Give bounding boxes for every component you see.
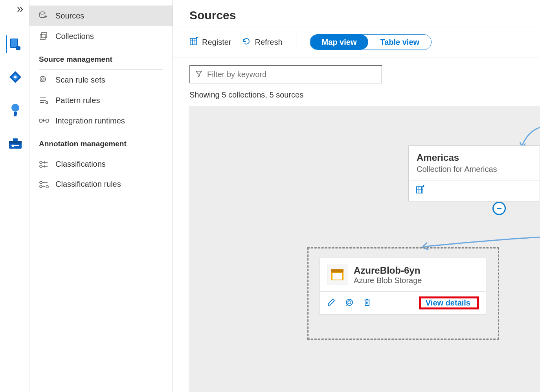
svg-rect-34: [332, 273, 342, 280]
edit-icon[interactable]: [327, 298, 336, 308]
svg-point-15: [12, 145, 14, 147]
pattern-rules-icon: [39, 96, 49, 105]
rail-insights-icon[interactable]: [6, 101, 23, 119]
svg-point-27: [40, 185, 42, 188]
sidebar-item-integration-runtimes[interactable]: Integration runtimes: [29, 110, 173, 131]
source-card-azureblob[interactable]: AzureBlob-6yn Azure Blob Storage: [320, 258, 486, 315]
svg-rect-13: [13, 138, 18, 141]
refresh-button[interactable]: Refresh: [242, 37, 282, 48]
svg-rect-1: [11, 39, 17, 47]
svg-point-24: [40, 161, 42, 164]
sidebar-header-annotation-management: Annotation management: [29, 131, 173, 151]
sidebar-item-label: Scan rule sets: [55, 75, 105, 85]
svg-rect-22: [40, 119, 42, 122]
rail-data-catalog-icon[interactable]: [6, 35, 23, 53]
sidebar-item-label: Pattern rules: [55, 96, 100, 105]
source-subtitle: Azure Blob Storage: [354, 276, 422, 285]
sidebar-header-source-management: Source management: [29, 46, 173, 67]
integration-runtimes-icon: [39, 116, 49, 125]
sidebar-item-label: Classification rules: [55, 180, 121, 189]
sidebar-item-scan-rule-sets[interactable]: Scan rule sets: [29, 70, 173, 90]
rail-data-map-icon[interactable]: [6, 68, 23, 86]
svg-rect-29: [190, 39, 197, 45]
main-content: Sources Register Refresh Map view: [173, 0, 540, 392]
map-view-toggle[interactable]: Map view: [310, 35, 369, 50]
classification-rules-icon: [39, 180, 49, 189]
connector-line: [401, 203, 540, 254]
register-button[interactable]: Register: [189, 37, 231, 48]
showing-text: Showing 5 collections, 5 sources: [189, 90, 540, 99]
add-grid-icon[interactable]: [416, 185, 425, 196]
svg-point-26: [40, 181, 42, 184]
sidebar-item-label: Sources: [55, 11, 84, 20]
svg-point-4: [16, 48, 20, 50]
rail-management-icon[interactable]: [6, 134, 23, 152]
expand-rail-icon[interactable]: [17, 3, 29, 20]
svg-point-8: [11, 104, 19, 112]
sidebar-item-label: Classifications: [55, 160, 106, 169]
view-toggle: Map view Table view: [310, 34, 432, 50]
svg-point-20: [42, 78, 44, 80]
toolbar: Register Refresh Map view Table view: [189, 33, 540, 51]
sidebar-item-pattern-rules[interactable]: Pattern rules: [29, 90, 173, 110]
sidebar-item-classification-rules[interactable]: Classification rules: [29, 174, 173, 194]
table-view-toggle[interactable]: Table view: [368, 35, 431, 50]
svg-point-19: [40, 76, 46, 82]
filter-input[interactable]: [207, 70, 376, 79]
page-title: Sources: [189, 9, 540, 22]
refresh-icon: [242, 37, 251, 48]
svg-rect-33: [331, 269, 343, 272]
scan-rules-icon: [39, 75, 49, 85]
svg-rect-10: [14, 115, 17, 116]
sources-icon: [39, 11, 49, 20]
svg-point-36: [348, 301, 351, 304]
svg-point-16: [40, 12, 45, 14]
svg-rect-30: [417, 187, 423, 193]
svg-rect-12: [9, 141, 22, 144]
toolbar-separator: [296, 33, 296, 51]
scan-icon[interactable]: [345, 298, 354, 308]
filter-input-wrapper: [189, 65, 382, 83]
source-group: AzureBlob-6yn Azure Blob Storage: [307, 247, 499, 340]
view-details-highlight: View details: [419, 296, 479, 309]
sidebar-item-label: Integration runtimes: [55, 116, 125, 125]
source-title: AzureBlob-6yn: [354, 265, 422, 276]
collection-description: Collection for Americas: [417, 165, 532, 174]
blob-storage-icon: [327, 265, 347, 285]
filter-icon: [195, 70, 202, 79]
svg-point-7: [14, 76, 17, 78]
view-details-link[interactable]: View details: [422, 297, 474, 309]
sidebar-item-sources[interactable]: Sources: [29, 6, 173, 26]
sidebar-item-collections[interactable]: Collections: [29, 26, 173, 46]
svg-rect-9: [14, 112, 17, 115]
collection-title: Americas: [417, 152, 532, 163]
sidebar-item-label: Collections: [55, 32, 94, 41]
svg-point-25: [40, 165, 42, 167]
refresh-label: Refresh: [255, 38, 282, 47]
delete-icon[interactable]: [363, 298, 371, 308]
classifications-icon: [39, 160, 49, 169]
register-label: Register: [202, 38, 231, 47]
svg-rect-23: [46, 119, 48, 122]
map-canvas[interactable]: Americas Collection for Americas: [189, 106, 540, 392]
collection-card-americas[interactable]: Americas Collection for Americas: [408, 145, 540, 201]
sidebar-item-classifications[interactable]: Classifications: [29, 154, 173, 174]
svg-point-21: [46, 102, 48, 104]
register-icon: [189, 37, 198, 48]
svg-rect-17: [42, 33, 47, 38]
collections-icon: [39, 31, 49, 41]
icon-rail: [0, 0, 29, 392]
svg-rect-18: [40, 34, 45, 39]
sidebar: Sources Collections Source management Sc…: [29, 0, 173, 392]
